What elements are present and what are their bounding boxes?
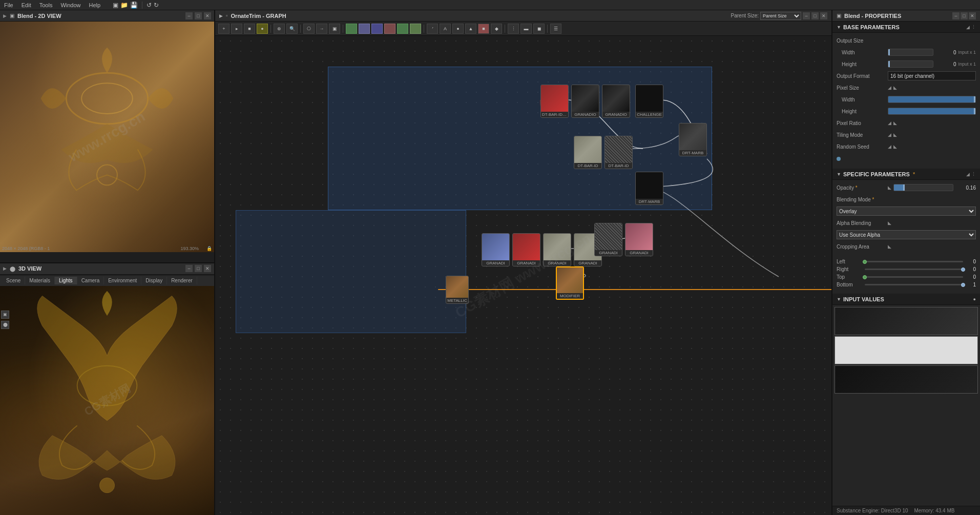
input-values-icon1[interactable]: ● — [973, 297, 976, 302]
crop-top-slider[interactable] — [865, 276, 963, 278]
tb-icon13[interactable]: ◆ — [491, 24, 502, 34]
node-n7[interactable]: DRT-MARB — [679, 123, 707, 156]
pixel-ratio-icon1[interactable]: ◢ — [888, 120, 891, 126]
tb-icon4[interactable]: ⊕ — [274, 24, 285, 34]
node-n8[interactable]: DRT-MARB — [635, 172, 663, 205]
node-n9[interactable]: GRANADI — [482, 233, 510, 266]
menu-help[interactable]: Help — [89, 2, 101, 8]
tb-color5[interactable] — [397, 24, 408, 34]
output-format-value[interactable] — [888, 71, 976, 80]
graph-close[interactable]: ✕ — [820, 12, 827, 19]
node-n4[interactable]: CHALLENGE — [635, 85, 663, 118]
3d-nav-camera[interactable]: Camera — [77, 277, 105, 284]
lock-icon[interactable]: 🔒 — [206, 246, 212, 251]
tb-icon5[interactable]: 🔍 — [286, 24, 298, 34]
view-2d-close[interactable]: ✕ — [204, 12, 211, 19]
open-icon[interactable]: 📁 — [120, 2, 128, 9]
section-base-params[interactable]: ▼ BASE PARAMETERS ◢ ⋮ — [832, 22, 980, 33]
menu-file[interactable]: File — [4, 2, 13, 8]
parent-size-select[interactable]: Parent Size — [760, 12, 801, 20]
section-specific-params[interactable]: ▼ SPECIFIC PARAMETERS * ◢ ⋮ — [832, 169, 980, 180]
menu-tools[interactable]: Tools — [39, 2, 53, 8]
tb-icon11[interactable]: ▲ — [465, 24, 476, 34]
pixel-height-slider[interactable] — [888, 108, 976, 115]
node-n1[interactable]: DT-BAR-ID-17 — [540, 85, 569, 118]
tb-icon12[interactable]: ■ — [478, 24, 489, 34]
tb-color6[interactable] — [410, 24, 421, 34]
redo-icon[interactable]: ↻ — [154, 2, 159, 9]
pixel-width-slider[interactable] — [888, 96, 976, 103]
tb-icon16[interactable]: ◼ — [533, 24, 545, 34]
opacity-slider[interactable] — [893, 184, 953, 191]
3d-nav-renderer[interactable]: Renderer — [167, 277, 197, 284]
tb-icon9[interactable]: A — [440, 24, 451, 34]
tb-color4[interactable] — [384, 24, 395, 34]
3d-nav-materials[interactable]: Materials — [25, 277, 55, 284]
tb-color1[interactable] — [346, 24, 357, 34]
3d-nav-scene[interactable]: Scene — [2, 277, 25, 284]
node-n3[interactable]: GRANADIO — [602, 85, 630, 118]
tb-color3[interactable] — [371, 24, 383, 34]
blending-mode-select[interactable]: Overlay Normal Multiply Screen — [837, 207, 976, 216]
3d-strip-icon1[interactable]: ▣ — [1, 311, 9, 319]
cropping-area-icon[interactable]: ◣ — [888, 244, 891, 249]
menu-window[interactable]: Window — [60, 2, 80, 8]
node-n16[interactable]: METALLIC — [446, 276, 469, 304]
save-icon[interactable]: 💾 — [130, 2, 138, 9]
alpha-blending-icon[interactable]: ◣ — [888, 220, 891, 225]
view-2d-minimize[interactable]: – — [185, 12, 193, 19]
crop-right-slider[interactable] — [865, 269, 963, 270]
tb-icon17[interactable]: ☰ — [550, 24, 561, 34]
tb-color2[interactable] — [359, 24, 370, 34]
node-n2[interactable]: GRANADIO — [571, 85, 599, 118]
tb-add-node[interactable]: + — [218, 24, 230, 34]
view-3d-minimize[interactable]: – — [185, 265, 193, 272]
graph-maximize[interactable]: □ — [811, 12, 819, 19]
view-2d-maximize[interactable]: □ — [195, 12, 202, 19]
props-maximize[interactable]: □ — [961, 12, 968, 19]
alpha-blending-select[interactable]: Use Source Alpha Ignore Alpha — [837, 230, 976, 239]
crop-left-slider[interactable] — [865, 261, 963, 262]
node-n10[interactable]: GRANADI — [512, 233, 540, 266]
node-n5[interactable]: DT-BAR-ID — [574, 136, 602, 169]
new-icon[interactable]: ▣ — [113, 2, 118, 9]
pixel-size-icon1[interactable]: ◢ — [888, 85, 891, 90]
3d-nav-display[interactable]: Display — [141, 277, 167, 284]
tb-icon14[interactable]: ⋮ — [508, 24, 519, 34]
section-input-values[interactable]: ▼ INPUT VALUES ● — [832, 294, 980, 305]
tb-icon7[interactable]: → — [316, 24, 327, 34]
tiling-mode-icon2[interactable]: ◣ — [893, 132, 897, 137]
props-close[interactable]: ✕ — [969, 12, 976, 19]
tb-frame-icon[interactable]: ⎖ — [427, 24, 438, 34]
3d-nav-lights[interactable]: Lights — [55, 277, 77, 284]
tb-icon15[interactable]: ▬ — [520, 24, 532, 34]
tb-icon8[interactable]: ▣ — [329, 24, 340, 34]
props-minimize[interactable]: – — [952, 12, 960, 19]
graph-content[interactable]: DT-BAR-ID-17 GRANADIO GRANADIO CHALLENGE… — [215, 36, 831, 515]
node-n6[interactable]: DT-BAR-ID — [604, 136, 633, 169]
view-3d-close[interactable]: ✕ — [204, 265, 211, 272]
tb-icon10[interactable]: ● — [452, 24, 464, 34]
opacity-icon[interactable]: ◣ — [888, 185, 891, 190]
specific-params-icon1[interactable]: ◢ — [966, 172, 970, 177]
base-params-icon1[interactable]: ◢ — [966, 25, 970, 30]
specific-params-icon2[interactable]: ⋮ — [971, 172, 976, 177]
node-n11[interactable]: GRANADI — [543, 233, 571, 266]
graph-minimize[interactable]: – — [803, 12, 810, 19]
pixel-ratio-icon2[interactable]: ◣ — [893, 120, 897, 126]
tb-icon3[interactable]: ● — [257, 24, 268, 34]
width-slider[interactable] — [888, 49, 933, 56]
view-3d-maximize[interactable]: □ — [195, 265, 202, 272]
random-seed-icon2[interactable]: ◣ — [893, 144, 897, 149]
crop-bottom-slider[interactable] — [865, 284, 963, 285]
node-n13[interactable]: GRANADI — [594, 223, 622, 256]
node-n15[interactable]: MODIFIER — [556, 266, 584, 300]
3d-strip-icon2[interactable]: ⬤ — [1, 321, 9, 329]
tb-icon6[interactable]: ⎔ — [303, 24, 315, 34]
pixel-size-icon2[interactable]: ◣ — [893, 85, 897, 90]
3d-nav-environment[interactable]: Environment — [104, 277, 141, 284]
tb-icon1[interactable]: ▸ — [231, 24, 242, 34]
tiling-mode-icon1[interactable]: ◢ — [888, 132, 891, 137]
random-seed-icon1[interactable]: ◢ — [888, 144, 891, 149]
menu-edit[interactable]: Edit — [22, 2, 31, 8]
